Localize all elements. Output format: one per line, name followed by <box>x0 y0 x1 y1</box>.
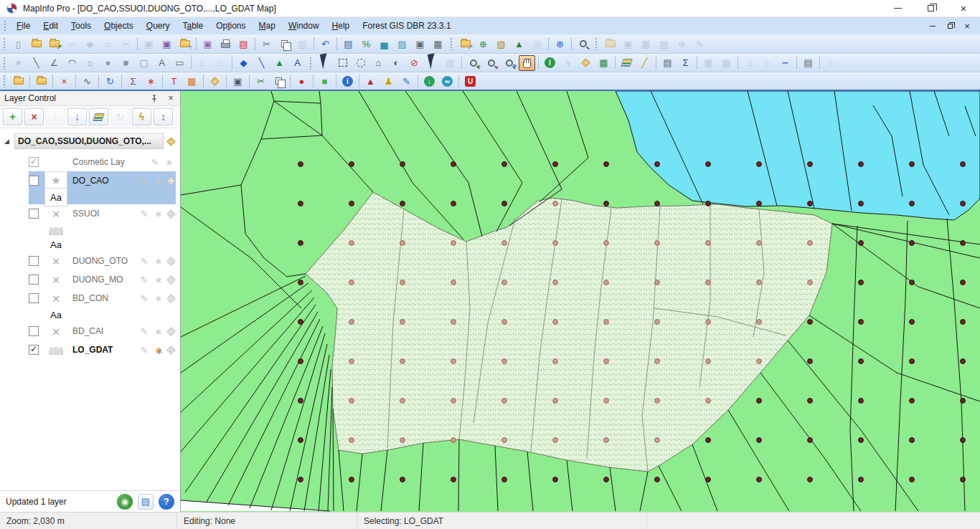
menu-drag-handle[interactable] <box>4 20 7 32</box>
layer-item-lo-gdat[interactable]: LO_GDAT✎∗ <box>29 340 176 359</box>
fg-grid-icon[interactable]: ▦ <box>184 73 200 89</box>
layer-visibility-checkbox[interactable] <box>29 275 39 285</box>
fg-person-edit-icon[interactable]: ✎ <box>398 73 415 89</box>
geocode-icon[interactable]: ◎ <box>529 36 545 52</box>
layer-autolabel-icon[interactable]: ∗ <box>154 176 164 186</box>
hotlink-icon[interactable]: ϟ <box>560 55 576 71</box>
hotlink-options-icon[interactable]: ϟ <box>132 108 151 125</box>
open-dbms-icon[interactable]: ↗ <box>457 36 473 52</box>
toolbar-drag-handle[interactable] <box>3 75 6 87</box>
layer-style-none-icon[interactable]: × <box>45 323 67 340</box>
ellipse-tool-icon[interactable]: ● <box>100 55 116 71</box>
close-button[interactable]: × <box>947 0 980 16</box>
layer-label-style[interactable]: Aa <box>45 236 67 253</box>
table-select-icon[interactable]: ▥ <box>442 55 458 71</box>
layer-edit-icon[interactable]: ✎ <box>139 275 149 285</box>
fg-record-icon[interactable]: ● <box>293 73 310 89</box>
dbms-refresh-icon[interactable] <box>602 36 618 52</box>
open-terrain-icon[interactable]: ▲ <box>511 36 527 52</box>
menu-help[interactable]: Help <box>326 18 357 34</box>
district-a-icon[interactable]: ▦ <box>700 55 717 71</box>
menu-objects[interactable]: Objects <box>98 18 140 34</box>
layer-visibility-checkbox[interactable] <box>29 157 39 167</box>
zoom-in-icon[interactable]: + <box>465 55 481 71</box>
remove-layer-icon[interactable]: × <box>24 108 44 125</box>
layer-visibility-checkbox[interactable] <box>29 176 39 186</box>
label-tool-icon[interactable] <box>578 55 594 71</box>
open-web-icon[interactable]: ⊕ <box>475 36 491 52</box>
text-tool-icon[interactable]: A <box>154 55 170 71</box>
layer-tag-icon[interactable] <box>166 257 176 266</box>
layer-autolabel-icon[interactable]: ∗ <box>154 326 164 337</box>
clip-region-icon[interactable]: ⌂ <box>759 55 776 71</box>
layer-style-none-icon[interactable]: × <box>45 290 67 307</box>
menu-map[interactable]: Map <box>253 18 282 34</box>
mdi-minimize-button[interactable] <box>927 20 938 32</box>
print-pdf-icon[interactable]: ▤ <box>235 36 252 52</box>
invert-selection-icon[interactable]: ◐ <box>388 55 405 71</box>
layer-visibility-checkbox[interactable] <box>29 345 39 355</box>
zoom-out-icon[interactable]: − <box>483 55 499 71</box>
expand-triangle-icon[interactable]: ◢ <box>4 138 14 145</box>
save-workspace-icon[interactable]: ↑ <box>176 36 193 52</box>
fg-links-icon[interactable]: ∗ <box>143 73 159 89</box>
layer-label-style[interactable]: Aa <box>45 189 67 206</box>
layer-tag-icon[interactable] <box>166 345 176 355</box>
new-chart-icon[interactable]: ▅ <box>376 36 392 52</box>
info-tool-icon[interactable]: i <box>542 55 558 71</box>
statistics-icon[interactable]: Σ <box>677 55 694 71</box>
layer-visibility-checkbox[interactable] <box>29 293 39 303</box>
layer-item-bd-cai[interactable]: ×BD_CAI✎∗ <box>29 322 176 340</box>
region-style-icon[interactable]: ▲ <box>271 55 288 71</box>
layer-edit-icon[interactable]: ✎ <box>150 157 160 168</box>
pin-icon[interactable] <box>149 93 159 103</box>
rectangle-tool-icon[interactable]: ■ <box>118 55 134 71</box>
polyline-tool-icon[interactable]: ∠ <box>46 55 62 71</box>
clip-region-on-icon[interactable]: ⌂ <box>741 55 758 71</box>
toolbar-drag-handle[interactable] <box>3 57 6 70</box>
fg-merge-icon[interactable] <box>270 73 287 89</box>
dbms-edit-icon[interactable]: ✎ <box>692 36 708 52</box>
help-button[interactable]: ? <box>159 494 174 510</box>
fg-cut-icon[interactable]: ✂ <box>253 73 269 89</box>
reshape-icon[interactable]: ⌂ <box>194 55 211 71</box>
save-window-icon[interactable]: ▣ <box>199 36 216 52</box>
scalebar-icon[interactable]: ┉ <box>777 55 793 71</box>
new-table-icon[interactable]: ▯ <box>10 36 27 52</box>
unselect-all-icon[interactable]: ⊘ <box>406 55 423 71</box>
layer-style-star-icon[interactable]: ★ <box>45 172 67 189</box>
status-editing[interactable]: Editing: None <box>177 513 357 529</box>
open-workspace-icon[interactable]: ↗ <box>46 36 62 52</box>
layer-edit-icon[interactable]: ✎ <box>139 209 149 219</box>
move-down-icon[interactable]: ↓ <box>67 108 87 125</box>
layer-style-region-icon[interactable] <box>45 341 67 358</box>
layer-item-cosmetic-lay[interactable]: Cosmetic Lay✎∗ <box>29 153 176 171</box>
menu-query[interactable]: Query <box>140 18 176 34</box>
frame-tool-icon[interactable]: ▭ <box>171 55 188 71</box>
layer-autolabel-icon[interactable]: ∗ <box>154 293 164 304</box>
select-tool-icon[interactable] <box>316 55 333 71</box>
new-redistrict-icon[interactable]: ▦ <box>430 36 446 52</box>
marquee-select-icon[interactable] <box>334 55 351 71</box>
layer-style-none-icon[interactable]: × <box>45 252 67 270</box>
mdi-close-button[interactable]: × <box>961 20 973 32</box>
group-tag-icon[interactable] <box>166 137 176 146</box>
layer-autolabel-icon[interactable]: ∗ <box>154 209 164 219</box>
layer-style-none-icon[interactable]: × <box>45 271 67 288</box>
menu-tools[interactable]: Tools <box>65 18 98 34</box>
layer-autolabel-icon[interactable]: ∗ <box>154 256 164 267</box>
layer-edit-icon[interactable]: ✎ <box>139 326 149 337</box>
fg-settings-icon[interactable]: ▣ <box>230 73 246 89</box>
open-table-icon[interactable] <box>28 36 44 52</box>
layer-item-do-cao[interactable]: ★DO_CAO✎∗Aa <box>29 171 176 204</box>
save-table-icon[interactable]: ▣ <box>141 36 157 52</box>
zoom-question-icon[interactable]: ? <box>501 55 517 71</box>
open-seamless-icon[interactable]: ▱ <box>64 36 80 52</box>
minimize-button[interactable] <box>881 0 914 16</box>
ruler-icon[interactable]: ╱ <box>636 55 653 71</box>
fg-text-icon[interactable]: T <box>166 73 182 89</box>
table-list-icon[interactable]: ⌂ <box>823 55 839 71</box>
save-copy-icon[interactable]: ▣ <box>159 36 175 52</box>
fg-download-icon[interactable]: ↓ <box>421 73 438 89</box>
fg-open-b-icon[interactable] <box>33 73 50 89</box>
